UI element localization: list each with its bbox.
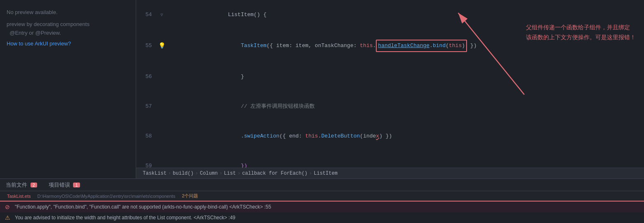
- code-token: .: [318, 133, 321, 139]
- tab-label: 当前文件: [6, 182, 27, 188]
- file-tab-item[interactable]: TaskList.ets: [5, 194, 31, 199]
- table-row: 55 💡 TaskItem({ item: item, onTaskChange…: [136, 30, 644, 62]
- code-token: () {: [254, 12, 267, 18]
- table-row: 54 ▽ ListItem() {: [136, 0, 644, 30]
- line-gutter: 💡: [157, 30, 167, 62]
- line-number: 54: [136, 0, 157, 30]
- line-number: 55: [136, 30, 157, 62]
- code-token: this: [305, 133, 318, 139]
- line-number: 59: [136, 151, 157, 168]
- arkui-preview-link[interactable]: How to use ArkUI preview?: [7, 40, 129, 47]
- code-token: .swipeAction: [215, 133, 279, 139]
- code-token: .: [373, 43, 376, 49]
- tab-current-file[interactable]: 当前文件 2: [3, 180, 40, 190]
- line-gutter: ▽: [157, 0, 167, 30]
- code-content: 54 ▽ ListItem() { 55 💡: [136, 0, 644, 168]
- line-gutter: [157, 62, 167, 92]
- code-token: ) }): [379, 133, 392, 139]
- breadcrumb-item[interactable]: TaskList: [143, 171, 167, 176]
- file-path: D:\HarmonyOS\Code\MyApplication1\entry\s…: [37, 194, 175, 199]
- code-token: // 左滑事件调用按钮模块函数: [215, 103, 315, 109]
- breadcrumb-item[interactable]: ListItem: [314, 171, 338, 176]
- line-number: 57: [136, 92, 157, 121]
- breadcrumb-sep: ›: [168, 171, 171, 176]
- preview-panel: No preview available. preview by decorat…: [0, 0, 136, 178]
- code-token: ({ end:: [279, 133, 305, 139]
- project-errors-badge: 1: [73, 183, 80, 187]
- breadcrumb-sep: ›: [238, 171, 241, 176]
- you-text: You: [15, 215, 23, 221]
- code-token: x: [376, 133, 379, 139]
- line-code[interactable]: }): [167, 151, 644, 168]
- code-token: (inde: [360, 133, 376, 139]
- line-gutter: [157, 151, 167, 168]
- code-editor: 54 ▽ ListItem() { 55 💡: [136, 0, 644, 178]
- code-token: .: [429, 43, 433, 49]
- error-message: "Function.apply", "Function.bind", "Func…: [15, 204, 271, 210]
- line-code[interactable]: .swipeAction({ end: this.DeleteButton(in…: [167, 121, 644, 151]
- warning-icon: ⚠: [5, 214, 12, 221]
- breadcrumb-sep: ›: [219, 171, 222, 176]
- table-row: 57 // 左滑事件调用按钮模块函数: [136, 92, 644, 121]
- code-token: TaskItem: [241, 43, 267, 49]
- code-token: ({ item: item, onTaskChange:: [267, 43, 360, 49]
- bottom-tabs-bar: 当前文件 2 项目错误 1: [0, 178, 644, 191]
- table-row: 56 }: [136, 62, 644, 92]
- breadcrumb-sep: ›: [195, 171, 198, 176]
- error-icon: ⊘: [5, 204, 12, 210]
- error-panel: ⊘ "Function.apply", "Function.bind", "Fu…: [0, 201, 644, 223]
- code-token: ): [462, 43, 465, 49]
- filename: TaskList.ets: [7, 194, 31, 199]
- warning-row: ⚠ You are advised to initialize the widt…: [0, 212, 644, 223]
- code-token: ListItem: [215, 12, 254, 18]
- code-token: }): [215, 163, 247, 168]
- current-file-badge: 2: [31, 183, 37, 187]
- file-issues: 2个问题: [182, 193, 198, 199]
- line-code[interactable]: }: [167, 62, 644, 92]
- table-row: 59 }): [136, 151, 644, 168]
- fold-icon[interactable]: ▽: [160, 13, 163, 17]
- bulb-icon[interactable]: 💡: [158, 43, 165, 49]
- code-table: 54 ▽ ListItem() { 55 💡: [136, 0, 644, 168]
- highlighted-code: handleTaskChange.bind(this): [376, 40, 467, 52]
- error-row: ⊘ "Function.apply", "Function.bind", "Fu…: [0, 202, 644, 212]
- code-token: DeleteButton: [321, 133, 360, 139]
- no-preview-text: No preview available.: [7, 8, 129, 17]
- line-code[interactable]: TaskItem({ item: item, onTaskChange: thi…: [167, 30, 644, 62]
- breadcrumb-sep: ›: [309, 171, 312, 176]
- code-token: bind: [433, 43, 446, 49]
- breadcrumb-bar: TaskList › build() › Column › List › cal…: [136, 168, 644, 178]
- tab-label: 项目错误: [49, 182, 70, 188]
- file-info-bar: TaskList.ets D:\HarmonyOS\Code\MyApplica…: [0, 191, 644, 201]
- line-number: 58: [136, 121, 157, 151]
- code-token: handleTaskChange: [378, 43, 429, 49]
- line-code[interactable]: ListItem() {: [167, 0, 644, 30]
- preview-description: preview by decorating components @Entry …: [7, 20, 129, 38]
- breadcrumb-item[interactable]: callback for ForEach(): [242, 171, 307, 176]
- code-token: this: [449, 43, 462, 49]
- code-token: this: [360, 43, 373, 49]
- code-token: [215, 43, 241, 49]
- line-code[interactable]: // 左滑事件调用按钮模块函数: [167, 92, 644, 121]
- breadcrumb-item[interactable]: List: [224, 171, 236, 176]
- breadcrumb-item[interactable]: Column: [200, 171, 217, 176]
- table-row: 58 .swipeAction({ end: this.DeleteButton…: [136, 121, 644, 151]
- line-gutter: [157, 121, 167, 151]
- breadcrumb-item[interactable]: build(): [173, 171, 193, 176]
- tab-project-errors[interactable]: 项目错误 1: [46, 180, 83, 190]
- line-number: 56: [136, 62, 157, 92]
- line-gutter: [157, 92, 167, 121]
- code-token: }): [467, 43, 477, 49]
- code-token: }: [215, 74, 244, 80]
- code-token: (: [446, 43, 449, 49]
- warning-message: You are advised to initialize the width …: [15, 215, 236, 221]
